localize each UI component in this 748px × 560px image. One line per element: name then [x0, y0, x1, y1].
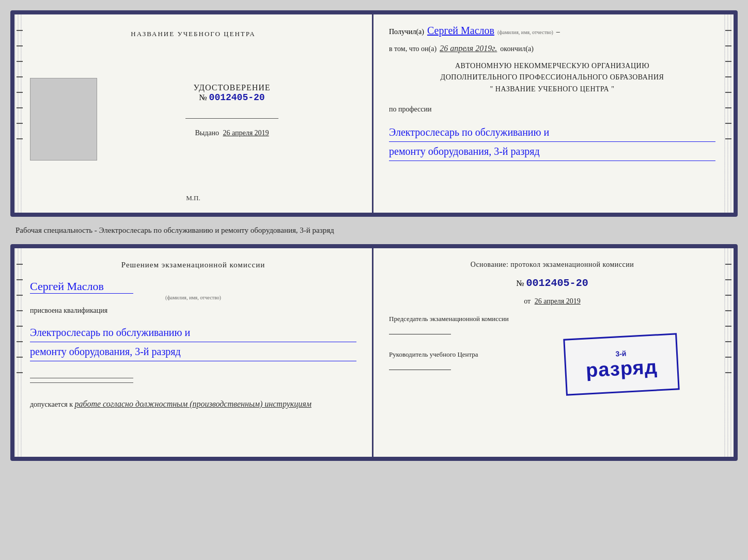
stamp-content: 3-й разряд: [585, 347, 658, 381]
right-marks: [725, 30, 731, 139]
divider-line: [185, 118, 278, 119]
spine-mark: [725, 123, 731, 124]
spine-mark: [17, 310, 23, 311]
spine-mark: [725, 264, 731, 265]
org-block: АВТОНОМНУЮ НЕКОММЕРЧЕСКУЮ ОРГАНИЗАЦИЮ ДО…: [389, 60, 715, 95]
po-professii: по профессии: [389, 105, 715, 114]
spine-mark: [17, 357, 23, 358]
spine-mark: [17, 45, 23, 46]
poluchil-label: Получил(а): [389, 28, 424, 36]
spine-mark: [725, 92, 731, 93]
ot-date: от 26 апреля 2019: [389, 297, 715, 306]
spine-mark: [725, 45, 731, 46]
card2-left: Решением экзаменационной комиссии Сергей…: [14, 248, 372, 457]
spine-mark: [725, 326, 731, 327]
photo-placeholder: [30, 78, 97, 161]
spine-mark: [17, 107, 23, 108]
card1-left: НАЗВАНИЕ УЧЕБНОГО ЦЕНТРА УДОСТОВЕРЕНИЕ №…: [14, 14, 372, 213]
qualification-line2: ремонту оборудования, 3-й разряд: [30, 342, 356, 361]
udostoverenie-number: 0012405-20: [209, 92, 265, 103]
spine-mark: [17, 92, 23, 93]
qualification-block: Электрослесарь по обслуживанию и ремонту…: [30, 321, 356, 361]
vydano-date: 26 апреля 2019: [223, 129, 269, 137]
vydano-label: Выдано: [195, 129, 219, 137]
spine-mark: [17, 326, 23, 327]
org-line3: " НАЗВАНИЕ УЧЕБНОГО ЦЕНТРА ": [389, 84, 715, 95]
spine-mark: [725, 30, 731, 31]
rukovoditel-sign-line: [389, 360, 451, 370]
spine-mark: [725, 279, 731, 280]
spine-mark: [725, 372, 731, 373]
number-prefix-2: №: [516, 279, 524, 288]
document-card-2: Решением экзаменационной комиссии Сергей…: [10, 244, 738, 461]
udostoverenie-title: УДОСТОВЕРЕНИЕ: [193, 83, 270, 92]
name-block-2: Сергей Маслов (фамилия, имя, отчество): [30, 280, 356, 300]
school-name-top: НАЗВАНИЕ УЧЕБНОГО ЦЕНТРА: [131, 30, 255, 38]
stamp-line2: разряд: [585, 356, 658, 381]
between-label: Рабочая специальность - Электрослесарь п…: [10, 226, 738, 235]
spine-mark: [725, 107, 731, 108]
spine-mark: [17, 138, 23, 139]
qualification-stamp: 3-й разряд: [563, 333, 679, 395]
org-line2: ДОПОЛНИТЕЛЬНОГО ПРОФЕССИОНАЛЬНОГО ОБРАЗО…: [389, 72, 715, 83]
spine-mark: [17, 372, 23, 373]
page-wrapper: НАЗВАНИЕ УЧЕБНОГО ЦЕНТРА УДОСТОВЕРЕНИЕ №…: [10, 10, 738, 461]
udostoverenie-block: УДОСТОВЕРЕНИЕ № 0012405-20: [193, 83, 270, 103]
left-spine-marks: [17, 30, 23, 139]
spine-mark: [17, 341, 23, 342]
okochnil-label: окончил(а): [500, 45, 534, 53]
predsedatel-sign-line: [389, 324, 451, 334]
spine-mark: [725, 295, 731, 296]
spine-mark: [17, 295, 23, 296]
profession-line1: Электрослесарь по обслуживанию и: [389, 123, 715, 142]
completed-date: 26 апреля 2019г.: [440, 44, 497, 53]
osnovanie: Основание: протокол экзаменационной коми…: [389, 261, 715, 269]
spine-mark: [17, 123, 23, 124]
spine-mark: [725, 310, 731, 311]
spine-mark: [17, 76, 23, 77]
spine-mark: [725, 138, 731, 139]
org-line1: АВТОНОМНУЮ НЕКОММЕРЧЕСКУЮ ОРГАНИЗАЦИЮ: [389, 60, 715, 72]
spine-mark: [725, 341, 731, 342]
document-card-1: НАЗВАНИЕ УЧЕБНОГО ЦЕНТРА УДОСТОВЕРЕНИЕ №…: [10, 10, 738, 217]
dopuskaetsya-text: работе согласно должностным (производств…: [75, 399, 311, 408]
spine-mark: [17, 30, 23, 31]
sign-line-2: [30, 382, 133, 383]
dash: –: [556, 28, 560, 36]
mp-label: М.П.: [186, 194, 200, 202]
dopuskaetsya-label: допускается к: [30, 401, 73, 408]
spine-mark: [725, 357, 731, 358]
prisvoena: присвоена квалификация: [30, 307, 356, 315]
resheniem-title: Решением экзаменационной комиссии: [30, 261, 356, 269]
predsedatel-label: Председатель экзаменационной комиссии: [389, 314, 715, 324]
vtom-label: в том, что он(а): [389, 45, 437, 53]
profession-block: Электрослесарь по обслуживанию и ремонту…: [389, 121, 715, 161]
fio-small-2: (фамилия, имя, отчество): [30, 295, 356, 300]
spine-mark: [17, 279, 23, 280]
ot-date-value: 26 апреля 2019: [535, 297, 581, 305]
spine-mark: [725, 61, 731, 62]
recipient-name: Сергей Маслов: [427, 25, 494, 37]
spine-mark: [17, 264, 23, 265]
protocol-number-block: № 0012405-20: [389, 277, 715, 289]
fio-small: (фамилия, имя, отчество): [497, 29, 553, 35]
poluchil-line: Получил(а) Сергей Маслов (фамилия, имя, …: [389, 25, 715, 37]
dopuskaetsya-block: допускается к работе согласно должностны…: [30, 399, 356, 409]
left-spine-marks-2: [17, 264, 23, 373]
profession-line2: ремонту оборудования, 3-й разряд: [389, 142, 715, 161]
number-prefix: №: [199, 93, 207, 102]
recipient-name-2: Сергей Маслов: [30, 280, 133, 294]
card1-right: Получил(а) Сергей Маслов (фамилия, имя, …: [373, 14, 734, 213]
spine-mark: [725, 76, 731, 77]
card2-right: Основание: протокол экзаменационной коми…: [373, 248, 734, 457]
spine-mark: [17, 61, 23, 62]
qualification-line1: Электрослесарь по обслуживанию и: [30, 323, 356, 342]
vydano-block: Выдано 26 апреля 2019: [195, 129, 269, 137]
sign-lines-block: [30, 376, 356, 385]
vtom-line: в том, что он(а) 26 апреля 2019г. окончи…: [389, 44, 715, 53]
protocol-number: 0012405-20: [526, 277, 588, 289]
sign-line-1: [30, 378, 133, 378]
right-marks-2: [725, 264, 731, 373]
ot-prefix: от: [524, 297, 531, 305]
